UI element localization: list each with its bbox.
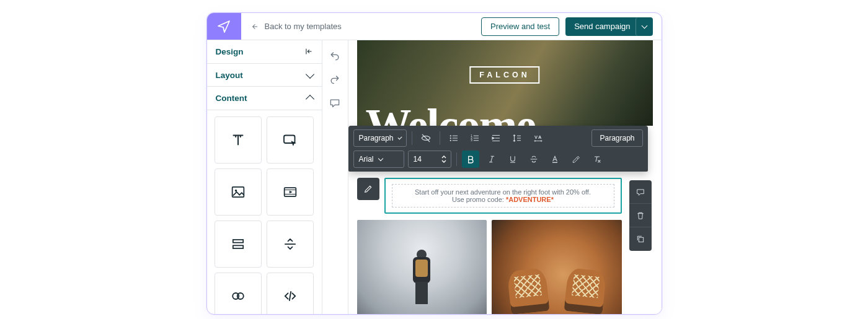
- block-divider[interactable]: [267, 221, 314, 268]
- video-icon: [281, 183, 299, 201]
- block-duplicate-button[interactable]: [629, 227, 652, 251]
- indent-icon: [490, 133, 502, 144]
- block-text[interactable]: [215, 116, 262, 164]
- block-comment-button[interactable]: [629, 180, 652, 204]
- font-family-select[interactable]: Arial: [353, 151, 404, 168]
- bold-icon: [466, 154, 476, 164]
- list-ol-icon: 123: [469, 133, 480, 144]
- paragraph-button[interactable]: Paragraph: [591, 129, 642, 147]
- copy-icon: [636, 234, 645, 244]
- font-size-value: 14: [414, 155, 422, 164]
- svg-text:V: V: [534, 134, 538, 140]
- image-right[interactable]: [492, 220, 622, 314]
- separator: [440, 131, 440, 145]
- highlight-button[interactable]: [567, 151, 585, 168]
- send-icon: [216, 19, 231, 34]
- hero-title: Welcome: [366, 99, 536, 126]
- brand-badge: FALCON: [469, 66, 539, 84]
- numbered-list-button[interactable]: 123: [466, 129, 484, 147]
- svg-point-8: [450, 135, 451, 136]
- history-column: [322, 40, 348, 314]
- underline-button[interactable]: [504, 151, 521, 168]
- font-size-input[interactable]: 14: [408, 151, 451, 168]
- block-social[interactable]: [215, 273, 262, 314]
- panel-content[interactable]: Content: [207, 87, 322, 110]
- app-frame: Back to my templates Preview and test Se…: [206, 12, 662, 315]
- text-content[interactable]: Start off your next adventure on the rig…: [392, 184, 614, 208]
- block-button[interactable]: [267, 116, 314, 164]
- block-video[interactable]: [267, 168, 314, 216]
- boot-illustration: [507, 268, 550, 314]
- paragraph-style-select[interactable]: Paragraph: [353, 129, 407, 147]
- image-left[interactable]: [357, 220, 487, 314]
- comment-icon: [636, 187, 645, 197]
- svg-point-7: [237, 293, 244, 299]
- email-canvas[interactable]: FALCON Welcome Paragraph: [348, 40, 662, 314]
- chevron-down-icon: [378, 155, 383, 160]
- toolbar-row-1: Paragraph 123: [353, 129, 643, 147]
- arrow-left-icon: [250, 22, 259, 31]
- comments-button[interactable]: [326, 94, 344, 112]
- line-height-button[interactable]: [508, 129, 526, 147]
- panel-label: Design: [216, 47, 244, 56]
- app-logo[interactable]: [207, 13, 241, 40]
- block-delete-button[interactable]: [629, 204, 652, 227]
- send-campaign-button[interactable]: Send campaign: [565, 17, 639, 36]
- undo-icon: [329, 50, 341, 62]
- separator: [456, 152, 457, 166]
- block-spacer[interactable]: [215, 221, 262, 268]
- svg-point-9: [450, 138, 451, 139]
- text-color-button[interactable]: [546, 151, 564, 168]
- image-icon: [229, 183, 247, 201]
- image-row: [357, 220, 622, 314]
- preview-test-button[interactable]: Preview and test: [481, 17, 559, 36]
- underline-icon: [508, 154, 518, 164]
- highlight-icon: [571, 154, 581, 164]
- panel-design[interactable]: Design: [207, 40, 322, 64]
- text-content-block[interactable]: Start off your next adventure on the rig…: [384, 178, 622, 214]
- visibility-button[interactable]: [417, 129, 435, 147]
- bold-button[interactable]: [462, 151, 479, 168]
- hero-section[interactable]: FALCON Welcome: [357, 40, 653, 126]
- back-to-templates-link[interactable]: Back to my templates: [241, 13, 482, 40]
- block-html[interactable]: [267, 273, 314, 314]
- bullet-list-button[interactable]: [445, 129, 463, 147]
- panel-layout[interactable]: Layout: [207, 64, 322, 87]
- eye-off-icon: [420, 133, 432, 144]
- comment-icon: [329, 97, 341, 109]
- svg-rect-1: [232, 187, 244, 197]
- undo-button[interactable]: [326, 46, 344, 65]
- line-height-icon: [512, 133, 523, 144]
- text-line-1: Start off your next adventure on the rig…: [399, 188, 608, 196]
- cursor-click-icon: [281, 131, 299, 149]
- header-actions: Preview and test Send campaign: [481, 13, 661, 40]
- clear-format-button[interactable]: [588, 151, 606, 168]
- edit-block-button[interactable]: [357, 178, 379, 200]
- letter-spacing-icon: VA: [533, 133, 544, 144]
- chevron-up-icon: [305, 95, 314, 103]
- selected-text-block: Start off your next adventure on the rig…: [357, 178, 622, 214]
- svg-rect-16: [552, 162, 557, 163]
- redo-button[interactable]: [326, 70, 344, 89]
- italic-icon: [487, 154, 497, 164]
- stepper-icon: [441, 154, 447, 164]
- trash-icon: [636, 211, 645, 221]
- svg-text:3: 3: [471, 139, 472, 142]
- indent-button[interactable]: [487, 129, 505, 147]
- block-image[interactable]: [215, 168, 262, 216]
- clear-format-icon: [592, 154, 602, 164]
- italic-button[interactable]: [483, 151, 500, 168]
- strikethrough-button[interactable]: [525, 151, 542, 168]
- letter-spacing-button[interactable]: VA: [529, 129, 547, 147]
- social-icon: [229, 287, 247, 305]
- select-value: Paragraph: [359, 134, 394, 142]
- spacer-icon: [229, 235, 247, 253]
- promo-label: Use promo code:: [452, 196, 506, 203]
- code-icon: [281, 287, 299, 305]
- chevron-down-icon: [305, 70, 314, 79]
- paragraph-btn-label: Paragraph: [600, 134, 634, 142]
- toolbar-row-2: Arial 14: [353, 151, 643, 168]
- text-line-2: Use promo code: *ADVENTURE*: [399, 196, 608, 203]
- panel-label: Content: [216, 94, 247, 103]
- send-campaign-dropdown[interactable]: [636, 17, 653, 36]
